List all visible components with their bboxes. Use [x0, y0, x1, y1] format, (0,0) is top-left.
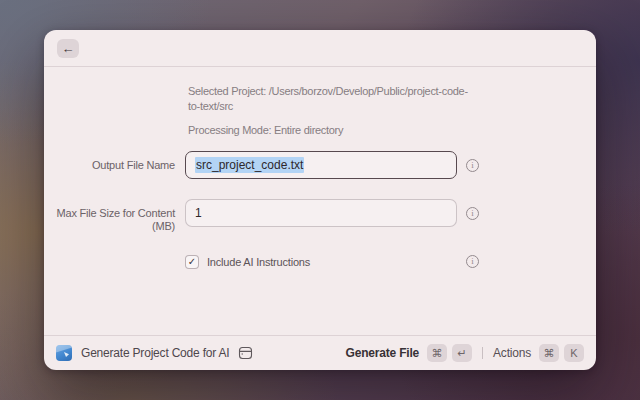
info-icon: i — [466, 207, 479, 220]
actions-label: Actions — [493, 346, 531, 360]
return-key-badge: ↵ — [452, 344, 472, 362]
selected-project-text: Selected Project: /Users/borzov/Develop/… — [188, 84, 470, 114]
info-icon: i — [466, 255, 479, 268]
drive-icon — [238, 346, 253, 360]
output-file-label: Output File Name — [44, 151, 175, 172]
max-file-size-label: Max File Size for Content (MB) — [44, 199, 175, 233]
output-file-input[interactable]: src_project_code.txt — [185, 151, 457, 179]
include-ai-label: Include AI Instructions — [207, 256, 310, 268]
back-button[interactable]: ← — [57, 39, 79, 58]
max-file-size-value: 1 — [195, 206, 202, 220]
form-content: Selected Project: /Users/borzov/Develop/… — [44, 67, 596, 335]
generate-file-label: Generate File — [346, 346, 419, 360]
back-arrow-icon: ← — [62, 42, 75, 55]
output-file-row: Output File Name src_project_code.txt i — [44, 151, 596, 179]
form: Output File Name src_project_code.txt i … — [44, 151, 596, 269]
info-icon: i — [466, 159, 479, 172]
checkbox-checked-icon: ✓ — [185, 255, 199, 269]
output-file-value: src_project_code.txt — [195, 157, 304, 173]
actions-button[interactable]: Actions ⌘ K — [493, 344, 584, 362]
action-bar: Generate Project Code for AI Generate Fi… — [44, 335, 596, 370]
k-key-badge: K — [564, 344, 584, 362]
cmd-key-badge: ⌘ — [427, 344, 447, 362]
window-header: ← — [44, 30, 596, 67]
include-ai-row: ✓ Include AI Instructions i — [44, 253, 596, 269]
generate-file-button[interactable]: Generate File ⌘ ↵ — [346, 344, 472, 362]
command-title: Generate Project Code for AI — [81, 346, 229, 360]
include-ai-checkbox[interactable]: ✓ Include AI Instructions — [185, 253, 457, 269]
dialog-window: ← Selected Project: /Users/borzov/Develo… — [44, 30, 596, 370]
footer-divider — [482, 347, 483, 359]
max-file-size-input[interactable]: 1 — [185, 199, 457, 227]
extension-icon — [56, 345, 72, 361]
processing-mode-text: Processing Mode: Entire directory — [188, 123, 470, 138]
description-block: Selected Project: /Users/borzov/Develop/… — [188, 84, 470, 138]
cmd-key-badge: ⌘ — [539, 344, 559, 362]
max-file-size-row: Max File Size for Content (MB) 1 i — [44, 199, 596, 233]
